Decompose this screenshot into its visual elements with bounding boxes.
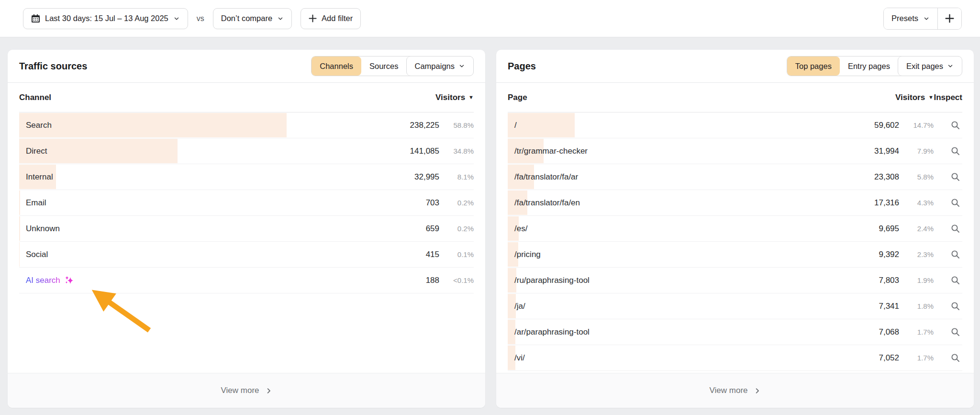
magnifier-icon: [950, 224, 960, 234]
table-row[interactable]: /59,60214.7%: [508, 112, 962, 138]
view-more-button[interactable]: View more: [496, 373, 974, 408]
table-row[interactable]: Search238,22558.8%: [19, 112, 474, 138]
visitors-value: 703: [426, 198, 439, 208]
table-row[interactable]: Internal32,9958.1%: [19, 164, 474, 190]
page-path-label: /: [508, 121, 837, 130]
table-row[interactable]: /tr/grammar-checker31,9947.9%: [508, 138, 962, 164]
page-path-label: /pricing: [508, 250, 837, 259]
new-preset-button[interactable]: [937, 8, 961, 29]
tab-exit-pages[interactable]: Exit pages: [898, 56, 962, 76]
chevron-down-icon: [923, 15, 930, 22]
chevron-down-icon: [458, 63, 465, 69]
visitors-share: 1.9%: [917, 276, 934, 284]
traffic-sources-rows: Search238,22558.8%Direct141,08534.8%Inte…: [8, 112, 485, 293]
inspect-button[interactable]: [950, 249, 960, 259]
pages-header: Pages Top pagesEntry pagesExit pages: [496, 50, 974, 83]
table-row[interactable]: Unknown6590.2%: [19, 216, 474, 242]
channel-label: Email: [19, 198, 377, 208]
traffic-sources-tabs: ChannelsSourcesCampaigns: [311, 56, 474, 76]
table-row[interactable]: /ru/paraphrasing-tool7,8031.9%: [508, 268, 962, 293]
channel-label: Search: [19, 121, 377, 130]
chevron-right-icon: [265, 387, 272, 394]
inspect-button[interactable]: [950, 198, 960, 208]
compare-label: Don’t compare: [221, 14, 272, 23]
visitors-value: 415: [426, 250, 439, 259]
table-row[interactable]: /ja/7,3411.8%: [508, 293, 962, 319]
magnifier-icon: [950, 327, 960, 337]
tab-entry-pages[interactable]: Entry pages: [840, 56, 898, 76]
visitors-value: 9,392: [879, 250, 899, 259]
presets-group: Presets: [883, 8, 962, 30]
table-row[interactable]: /vi/7,0521.7%: [508, 345, 962, 371]
date-range-button[interactable]: Last 30 days: 15 Jul – 13 Aug 2025: [23, 8, 188, 29]
chevron-down-icon: [947, 63, 954, 69]
inspect-button[interactable]: [950, 172, 960, 182]
page-path-label: /es/: [508, 224, 837, 234]
inspect-button[interactable]: [950, 301, 960, 311]
inspect-button[interactable]: [950, 120, 960, 130]
visitors-share: <0.1%: [453, 276, 474, 284]
table-row[interactable]: /es/9,6952.4%: [508, 216, 962, 242]
visitors-share: 2.4%: [917, 224, 934, 233]
plus-icon: [945, 14, 954, 23]
visitors-value: 32,995: [414, 172, 439, 182]
sort-desc-icon: ▼: [928, 95, 934, 100]
inspect-button[interactable]: [950, 275, 960, 285]
visitors-value: 7,068: [879, 327, 899, 337]
table-row[interactable]: /fa/translator/fa/ar23,3085.8%: [508, 164, 962, 190]
traffic-sources-header: Traffic sources ChannelsSourcesCampaigns: [8, 50, 485, 83]
compare-button[interactable]: Don’t compare: [213, 8, 292, 29]
inspect-button[interactable]: [950, 327, 960, 337]
pages-table-head: Page Visitors ▼ Inspect: [508, 83, 962, 112]
inspect-button[interactable]: [950, 353, 960, 363]
inspect-button[interactable]: [950, 224, 960, 234]
sparkles-icon: [64, 275, 74, 285]
visitors-value: 141,085: [410, 146, 439, 156]
channel-label: Unknown: [19, 224, 377, 234]
column-header-inspect: Inspect: [934, 93, 962, 102]
visitors-share: 5.8%: [917, 173, 934, 181]
column-header-visitors[interactable]: Visitors ▼: [895, 93, 934, 102]
magnifier-icon: [950, 275, 960, 285]
table-row[interactable]: AI search188<0.1%: [19, 268, 474, 293]
visitors-share: 0.2%: [457, 199, 474, 207]
pages-tabs: Top pagesEntry pagesExit pages: [787, 56, 962, 76]
page-path-label: /ja/: [508, 302, 837, 311]
visitors-value: 23,308: [874, 172, 899, 182]
visitors-value: 17,316: [874, 198, 899, 208]
visitors-value: 59,602: [874, 121, 899, 130]
table-row[interactable]: Direct141,08534.8%: [19, 138, 474, 164]
visitors-value: 7,803: [879, 276, 899, 285]
tab-campaigns[interactable]: Campaigns: [407, 56, 473, 76]
inspect-button[interactable]: [950, 146, 960, 156]
vs-label: vs: [197, 14, 204, 23]
view-more-button[interactable]: View more: [8, 373, 485, 408]
calendar-icon: [31, 14, 40, 23]
column-header-channel: Channel: [19, 93, 377, 102]
tab-sources[interactable]: Sources: [361, 56, 407, 76]
visitors-value: 9,695: [879, 224, 899, 234]
visitors-share: 0.1%: [457, 250, 474, 258]
column-header-visitors[interactable]: Visitors ▼: [435, 93, 474, 102]
table-row[interactable]: Social4150.1%: [19, 242, 474, 268]
visitors-share: 7.9%: [917, 147, 934, 155]
table-row[interactable]: /pricing9,3922.3%: [508, 242, 962, 268]
table-row[interactable]: /fa/translator/fa/en17,3164.3%: [508, 190, 962, 216]
channel-label: Social: [19, 250, 377, 259]
table-row[interactable]: /ar/paraphrasing-tool7,0681.7%: [508, 319, 962, 345]
toolbar: Last 30 days: 15 Jul – 13 Aug 2025 vs Do…: [0, 0, 980, 37]
presets-button[interactable]: Presets: [884, 8, 937, 29]
visitors-share: 1.7%: [917, 354, 934, 362]
add-filter-button[interactable]: Add filter: [301, 8, 361, 29]
magnifier-icon: [950, 146, 960, 156]
visitors-share: 4.3%: [917, 199, 934, 207]
table-row[interactable]: Email7030.2%: [19, 190, 474, 216]
visitors-share: 14.7%: [913, 121, 934, 129]
sort-desc-icon: ▼: [468, 95, 474, 100]
magnifier-icon: [950, 353, 960, 363]
tab-channels[interactable]: Channels: [312, 56, 361, 76]
visitors-value: 659: [426, 224, 439, 234]
chevron-right-icon: [754, 387, 761, 394]
tab-top-pages[interactable]: Top pages: [787, 56, 840, 76]
ai-search-link[interactable]: AI search: [19, 275, 377, 285]
